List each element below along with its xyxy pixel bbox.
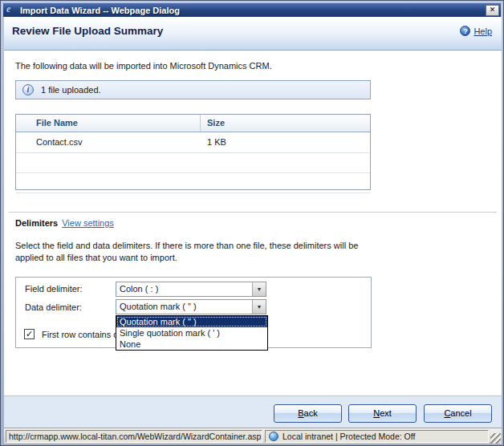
description-line-1: Select the field and data delimiters. If… (15, 240, 384, 252)
webpage-dialog-window: e Import Data Wizard -- Webpage Dialog ✕… (0, 0, 504, 446)
help-link[interactable]: ? Help (460, 26, 492, 36)
description-line-2: applied to all files that you want to im… (15, 252, 384, 264)
title-bar[interactable]: e Import Data Wizard -- Webpage Dialog ✕ (3, 3, 501, 17)
empty-table-row (16, 153, 370, 173)
uploaded-files-table: File Name Size Contact.csv 1 KB (15, 114, 371, 190)
status-bar: http://crmapp.www.local-titan.com/WebWiz… (4, 428, 502, 444)
help-icon: ? (460, 26, 470, 36)
field-delimiter-select[interactable]: Colon ( : ) ▼ (116, 282, 266, 297)
close-icon[interactable]: ✕ (486, 5, 499, 16)
back-button[interactable]: Back (274, 404, 342, 423)
help-label: Help (474, 26, 492, 36)
info-bar: i 1 file uploaded. (15, 80, 371, 99)
info-message: 1 file uploaded. (41, 85, 101, 95)
delimiters-heading: DelimitersView settings (15, 218, 114, 228)
first-row-headings-label: First row contains col (42, 330, 124, 339)
data-delimiter-label: Data delimiter: (25, 302, 82, 312)
internet-explorer-icon: e (6, 5, 17, 15)
section-divider (9, 212, 497, 213)
file-name-cell: Contact.csv (16, 132, 201, 152)
chevron-down-icon[interactable]: ▼ (252, 300, 266, 314)
intro-text: The following data will be imported into… (15, 61, 272, 71)
next-button-label: Next (373, 405, 392, 422)
dropdown-option-single-quotation-mark[interactable]: Single quotation mark ( ' ) (116, 327, 267, 339)
globe-icon (269, 432, 278, 441)
delimiters-description: Select the field and data delimiters. If… (15, 240, 384, 264)
data-delimiter-dropdown-list: Quotation mark ( " ) Single quotation ma… (116, 315, 268, 351)
dropdown-option-quotation-mark[interactable]: Quotation mark ( " ) (116, 316, 267, 327)
table-header-row: File Name Size (16, 115, 370, 132)
field-delimiter-label: Field delimiter: (25, 284, 83, 294)
table-row: Contact.csv 1 KB (16, 132, 370, 153)
first-row-headings-checkbox[interactable]: ✓ (24, 329, 35, 339)
column-header-size: Size (201, 115, 225, 132)
dropdown-option-none[interactable]: None (116, 339, 267, 350)
page-title: Review File Upload Summary (12, 25, 163, 37)
info-icon: i (22, 84, 34, 95)
field-delimiter-value: Colon ( : ) (116, 282, 252, 296)
window-title: Import Data Wizard -- Webpage Dialog (20, 6, 486, 15)
chevron-down-icon[interactable]: ▼ (252, 282, 266, 296)
cancel-button-label: Cancel (444, 405, 471, 422)
next-button[interactable]: Next (348, 404, 417, 423)
zone-text: Local intranet | Protected Mode: Off (282, 431, 415, 442)
data-delimiter-value: Quotation mark ( " ) (116, 300, 252, 314)
resize-grip[interactable] (490, 433, 501, 444)
empty-table-row (16, 173, 370, 193)
delimiters-title: Delimiters (15, 218, 58, 228)
status-zone: Local intranet | Protected Mode: Off (265, 430, 489, 443)
file-size-cell: 1 KB (201, 132, 226, 152)
back-button-label: Back (298, 405, 317, 422)
data-delimiter-select[interactable]: Quotation mark ( " ) ▼ (116, 299, 266, 314)
status-url: http://crmapp.www.local-titan.com/WebWiz… (6, 430, 262, 443)
cancel-button[interactable]: Cancel (424, 404, 492, 423)
view-settings-link[interactable]: View settings (62, 218, 114, 228)
column-header-file-name: File Name (16, 115, 201, 132)
